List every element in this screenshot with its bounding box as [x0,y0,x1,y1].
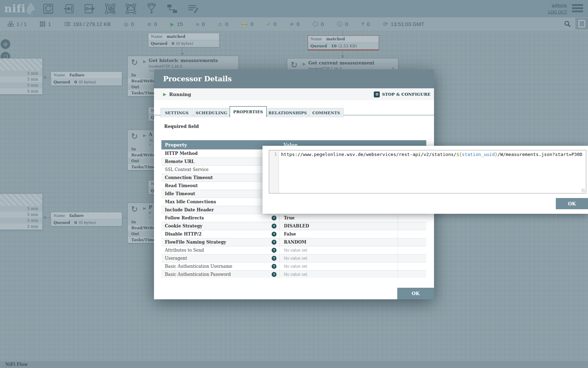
help-icon[interactable]: ? [272,216,276,220]
editor-ok-button[interactable]: OK [556,198,588,209]
remote-url-value[interactable]: https://www.pegelonline.wsv.de/webservic… [279,150,586,193]
property-row-attributes-to-send[interactable]: Attributes to Send ? No value set [161,246,426,254]
help-icon[interactable]: ? [272,232,276,237]
run-status-label: Running [169,92,191,97]
help-icon[interactable]: ? [272,264,276,269]
property-row-flowfile-naming-strategy[interactable]: FlowFile Naming Strategy ? RANDOM [161,238,426,246]
tab-settings[interactable]: SETTINGS [160,108,193,117]
dialog-ok-button[interactable]: OK [397,288,434,299]
property-row-basic-auth-username[interactable]: Basic Authentication Username ? No value… [161,263,426,271]
stop-and-configure-button[interactable]: ⚙ STOP & CONFIGURE [374,91,430,97]
property-row-useragent[interactable]: Useragent ? No value set [161,254,426,263]
property-column-header: Property [161,142,279,148]
property-row-basic-auth-password[interactable]: Basic Authentication Password ? No value… [161,271,426,278]
property-row-follow-redirects[interactable]: Follow Redirects ? True [161,214,426,222]
run-status-row: ▶ Running ⚙ STOP & CONFIGURE [154,88,434,100]
dialog-title: Processor Details [163,75,232,83]
tab-relationships[interactable]: RELATIONSHIPS [267,108,308,117]
gear-icon: ⚙ [374,91,380,97]
expression-variable: station_uuid [462,152,495,157]
resize-handle-icon[interactable] [582,189,585,192]
line-number-gutter: 1 [269,150,279,193]
value-editor-field[interactable]: 1 https://www.pegelonline.wsv.de/webserv… [269,150,586,193]
tab-properties[interactable]: PROPERTIES [230,106,267,117]
expression-open: ${ [456,152,462,157]
nifi-app: nifi [0,0,588,368]
value-editor-popup: 1 https://www.pegelonline.wsv.de/webserv… [262,146,588,214]
dialog-header: Processor Details [154,69,434,88]
tab-scheduling[interactable]: SCHEDULING [194,108,229,117]
help-icon[interactable]: ? [272,272,276,277]
help-icon[interactable]: ? [272,248,276,253]
line-number: 1 [274,152,277,157]
property-row-disable-http2[interactable]: Disable HTTP/2 ? False [161,230,426,238]
dialog-tabs: SETTINGS SCHEDULING PROPERTIES RELATIONS… [160,106,344,117]
running-icon: ▶ [163,92,166,97]
help-icon[interactable]: ? [272,240,276,245]
property-row-cookie-strategy[interactable]: Cookie Strategy ? DISABLED [161,222,426,230]
required-field-note: Required field [164,124,199,129]
help-icon[interactable]: ? [272,224,276,229]
tab-comments[interactable]: COMMENTS [309,108,344,117]
help-icon[interactable]: ? [272,256,276,261]
